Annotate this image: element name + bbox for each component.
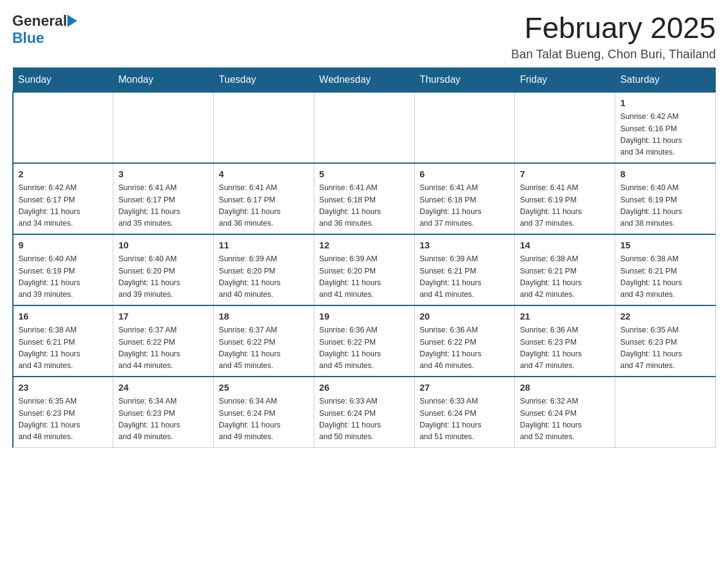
day-number: 27 [420,381,510,395]
calendar-week-row: 16Sunrise: 6:38 AM Sunset: 6:21 PM Dayli… [13,305,716,377]
day-info: Sunrise: 6:38 AM Sunset: 6:21 PM Dayligh… [620,253,710,301]
day-number: 13 [420,239,510,253]
day-number: 3 [118,167,208,182]
logo-triangle-icon [67,15,77,27]
day-info: Sunrise: 6:36 AM Sunset: 6:23 PM Dayligh… [520,324,610,372]
day-info: Sunrise: 6:42 AM Sunset: 6:17 PM Dayligh… [18,182,108,230]
day-info: Sunrise: 6:33 AM Sunset: 6:24 PM Dayligh… [319,396,409,443]
calendar-week-row: 23Sunrise: 6:35 AM Sunset: 6:23 PM Dayli… [13,377,716,448]
calendar-cell: 28Sunrise: 6:32 AM Sunset: 6:24 PM Dayli… [515,377,615,448]
day-number: 5 [319,167,409,182]
day-number: 11 [219,239,309,253]
logo-general-text: General [12,12,67,29]
day-info: Sunrise: 6:33 AM Sunset: 6:24 PM Dayligh… [420,396,510,443]
day-number: 2 [18,167,108,182]
day-number: 7 [520,167,610,182]
day-number: 18 [219,310,309,324]
calendar-cell: 1Sunrise: 6:42 AM Sunset: 6:16 PM Daylig… [615,92,716,163]
calendar-cell: 6Sunrise: 6:41 AM Sunset: 6:18 PM Daylig… [414,163,515,234]
day-info: Sunrise: 6:40 AM Sunset: 6:20 PM Dayligh… [118,253,208,301]
day-info: Sunrise: 6:32 AM Sunset: 6:24 PM Dayligh… [520,396,610,443]
calendar-cell: 27Sunrise: 6:33 AM Sunset: 6:24 PM Dayli… [414,377,515,448]
day-number: 21 [520,310,610,324]
calendar-cell: 26Sunrise: 6:33 AM Sunset: 6:24 PM Dayli… [314,377,414,448]
calendar-header-thursday: Thursday [414,67,515,92]
calendar-cell [414,92,515,163]
calendar-cell: 22Sunrise: 6:35 AM Sunset: 6:23 PM Dayli… [615,305,716,377]
day-info: Sunrise: 6:42 AM Sunset: 6:16 PM Dayligh… [620,111,710,159]
day-number: 14 [520,239,610,253]
day-info: Sunrise: 6:36 AM Sunset: 6:22 PM Dayligh… [420,324,510,372]
page-header: General Blue February 2025 Ban Talat Bue… [12,12,716,61]
calendar-cell: 17Sunrise: 6:37 AM Sunset: 6:22 PM Dayli… [113,305,214,377]
calendar-header-friday: Friday [515,67,615,92]
day-number: 15 [620,239,710,253]
calendar-header-sunday: Sunday [13,67,113,92]
day-number: 26 [319,381,409,395]
calendar-header-row: SundayMondayTuesdayWednesdayThursdayFrid… [13,67,716,92]
calendar-cell [214,92,314,163]
day-number: 4 [219,167,309,182]
day-number: 20 [420,310,510,324]
calendar-cell: 3Sunrise: 6:41 AM Sunset: 6:17 PM Daylig… [113,163,214,234]
day-number: 12 [319,239,409,253]
day-number: 8 [620,167,710,182]
day-info: Sunrise: 6:39 AM Sunset: 6:20 PM Dayligh… [219,253,309,301]
day-number: 19 [319,310,409,324]
calendar-cell: 25Sunrise: 6:34 AM Sunset: 6:24 PM Dayli… [214,377,314,448]
day-info: Sunrise: 6:34 AM Sunset: 6:24 PM Dayligh… [219,396,309,443]
day-info: Sunrise: 6:37 AM Sunset: 6:22 PM Dayligh… [118,324,208,372]
calendar-cell: 12Sunrise: 6:39 AM Sunset: 6:20 PM Dayli… [314,234,414,305]
day-number: 24 [118,381,208,395]
day-info: Sunrise: 6:38 AM Sunset: 6:21 PM Dayligh… [18,324,108,372]
day-number: 6 [420,167,510,182]
day-info: Sunrise: 6:40 AM Sunset: 6:19 PM Dayligh… [18,253,108,301]
calendar-cell: 19Sunrise: 6:36 AM Sunset: 6:22 PM Dayli… [314,305,414,377]
calendar-cell: 8Sunrise: 6:40 AM Sunset: 6:19 PM Daylig… [615,163,716,234]
calendar-cell [515,92,615,163]
day-number: 25 [219,381,309,395]
calendar-cell: 16Sunrise: 6:38 AM Sunset: 6:21 PM Dayli… [13,305,113,377]
day-info: Sunrise: 6:41 AM Sunset: 6:17 PM Dayligh… [219,182,309,230]
day-number: 9 [18,239,108,253]
day-info: Sunrise: 6:35 AM Sunset: 6:23 PM Dayligh… [18,396,108,443]
calendar-cell: 24Sunrise: 6:34 AM Sunset: 6:23 PM Dayli… [113,377,214,448]
calendar-cell: 21Sunrise: 6:36 AM Sunset: 6:23 PM Dayli… [515,305,615,377]
calendar-cell: 20Sunrise: 6:36 AM Sunset: 6:22 PM Dayli… [414,305,515,377]
day-info: Sunrise: 6:38 AM Sunset: 6:21 PM Dayligh… [520,253,610,301]
day-info: Sunrise: 6:41 AM Sunset: 6:18 PM Dayligh… [319,182,409,230]
day-info: Sunrise: 6:39 AM Sunset: 6:20 PM Dayligh… [319,253,409,301]
day-info: Sunrise: 6:35 AM Sunset: 6:23 PM Dayligh… [620,324,710,372]
day-info: Sunrise: 6:37 AM Sunset: 6:22 PM Dayligh… [219,324,309,372]
calendar-cell [13,92,113,163]
day-number: 1 [620,96,710,110]
calendar-cell: 15Sunrise: 6:38 AM Sunset: 6:21 PM Dayli… [615,234,716,305]
calendar-cell: 14Sunrise: 6:38 AM Sunset: 6:21 PM Dayli… [515,234,615,305]
calendar-cell [615,377,716,448]
day-info: Sunrise: 6:41 AM Sunset: 6:18 PM Dayligh… [420,182,510,230]
calendar-cell [113,92,214,163]
calendar-cell: 11Sunrise: 6:39 AM Sunset: 6:20 PM Dayli… [214,234,314,305]
calendar-table: SundayMondayTuesdayWednesdayThursdayFrid… [12,67,716,448]
logo-blue-text: Blue [12,29,44,47]
day-info: Sunrise: 6:41 AM Sunset: 6:17 PM Dayligh… [118,182,208,230]
month-title: February 2025 [511,12,716,45]
calendar-header-monday: Monday [113,67,214,92]
calendar-cell: 9Sunrise: 6:40 AM Sunset: 6:19 PM Daylig… [13,234,113,305]
location: Ban Talat Bueng, Chon Buri, Thailand [511,47,716,61]
calendar-cell: 2Sunrise: 6:42 AM Sunset: 6:17 PM Daylig… [13,163,113,234]
title-section: February 2025 Ban Talat Bueng, Chon Buri… [511,12,716,61]
calendar-cell: 7Sunrise: 6:41 AM Sunset: 6:19 PM Daylig… [515,163,615,234]
day-info: Sunrise: 6:41 AM Sunset: 6:19 PM Dayligh… [520,182,610,230]
day-number: 16 [18,310,108,324]
calendar-header-tuesday: Tuesday [214,67,314,92]
calendar-week-row: 9Sunrise: 6:40 AM Sunset: 6:19 PM Daylig… [13,234,716,305]
day-info: Sunrise: 6:40 AM Sunset: 6:19 PM Dayligh… [620,182,710,230]
calendar-header-saturday: Saturday [615,67,716,92]
day-number: 23 [18,381,108,395]
day-info: Sunrise: 6:36 AM Sunset: 6:22 PM Dayligh… [319,324,409,372]
day-info: Sunrise: 6:34 AM Sunset: 6:23 PM Dayligh… [118,396,208,443]
calendar-cell: 5Sunrise: 6:41 AM Sunset: 6:18 PM Daylig… [314,163,414,234]
day-info: Sunrise: 6:39 AM Sunset: 6:21 PM Dayligh… [420,253,510,301]
day-number: 22 [620,310,710,324]
